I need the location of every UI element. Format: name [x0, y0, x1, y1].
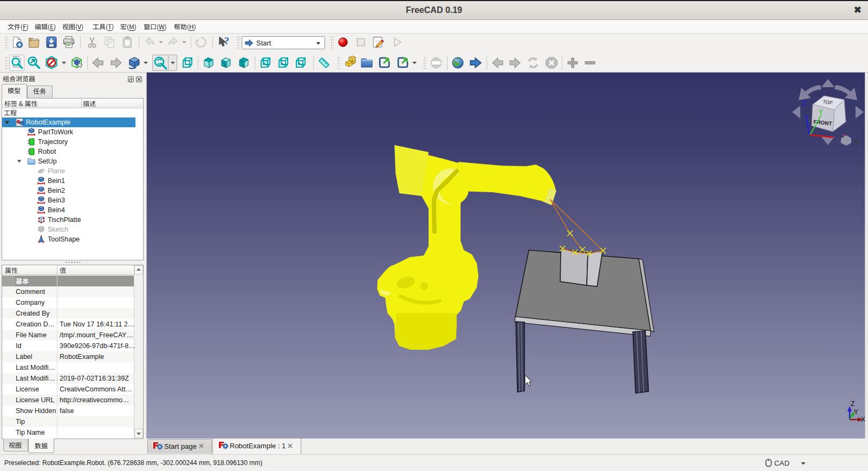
svg-text:Y: Y	[854, 408, 858, 416]
svg-text:Y: Y	[819, 108, 823, 116]
svg-text:?: ?	[224, 36, 230, 47]
svg-text:Z: Z	[851, 400, 854, 408]
svg-text:Z: Z	[802, 100, 806, 107]
